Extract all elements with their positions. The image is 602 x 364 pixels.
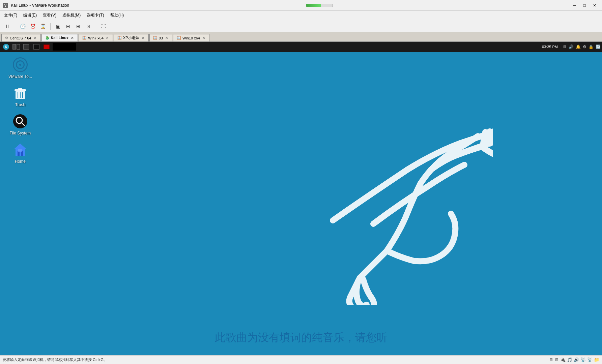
tab-centos[interactable]: ⚙ CentOS 7 64 ✕ <box>1 34 41 41</box>
vmware-window: V Kali Linux - VMware Workstation ─ □ ✕ … <box>0 0 602 364</box>
desktop-subtitle: 此歌曲为没有填词的纯音乐，请您听 <box>215 330 388 345</box>
view1-icon: ▣ <box>56 24 60 29</box>
tab-xp[interactable]: 🪟 XP小老妹 ✕ <box>114 34 149 41</box>
home-svg <box>13 142 28 157</box>
trash-image <box>12 85 28 101</box>
toolbar-view1-button[interactable]: ▣ <box>53 22 63 31</box>
title-progress-area <box>306 4 333 7</box>
status-icon-2[interactable]: 🖥 <box>554 357 559 362</box>
kali-menu-button[interactable]: K <box>1 43 11 51</box>
home-icon[interactable]: Home <box>7 140 34 165</box>
svg-text:V: V <box>4 4 7 7</box>
win7-tab-label: Win7 x64 <box>88 36 104 40</box>
vmware-tools-image <box>12 57 28 73</box>
centos-tab-close[interactable]: ✕ <box>33 36 37 40</box>
menu-view[interactable]: 查看(V) <box>40 12 59 19</box>
svg-text:K: K <box>5 45 7 49</box>
xp-tab-label: XP小老妹 <box>123 35 139 40</box>
win10-tab-close[interactable]: ✕ <box>202 36 206 40</box>
status-icon-net1[interactable]: 📡 <box>580 357 586 362</box>
win7-tab-close[interactable]: ✕ <box>105 36 109 40</box>
toolbar-view4-button[interactable]: ⊡ <box>84 22 93 31</box>
snapshot-icon: 🕐 <box>20 24 26 29</box>
progress-bar <box>306 4 333 7</box>
menu-bar: 文件(F) 编辑(E) 查看(V) 虚拟机(M) 选项卡(T) 帮助(H) <box>0 11 602 20</box>
tab-win7[interactable]: 🪟 Win7 x64 ✕ <box>79 34 113 41</box>
vm-volume-icon[interactable]: 🔊 <box>569 44 574 49</box>
tab-03[interactable]: 🪟 03 ✕ <box>149 34 172 41</box>
view3-icon: ⊞ <box>76 24 80 29</box>
status-icon-usb[interactable]: 🔌 <box>560 357 566 362</box>
toolbar-snapshot3-button[interactable]: ⌛ <box>38 22 48 31</box>
vmware-tools-graphic <box>13 57 28 72</box>
menu-tabs[interactable]: 选项卡(T) <box>84 12 107 19</box>
status-icon-net2[interactable]: 📡 <box>587 357 593 362</box>
menu-vm[interactable]: 虚拟机(M) <box>60 12 83 19</box>
menu-help[interactable]: 帮助(H) <box>108 12 127 19</box>
tab-bar: ⚙ CentOS 7 64 ✕ 🐉 Kali Linux ✕ 🪟 Win7 x6… <box>0 32 602 42</box>
taskbar-app-4[interactable] <box>42 43 51 51</box>
win10-tab-icon: 🪟 <box>177 36 181 40</box>
tab-win10[interactable]: 🪟 Win10 x64 ✕ <box>173 34 209 41</box>
toolbar-view2-button[interactable]: ⊟ <box>63 22 73 31</box>
home-label: Home <box>15 159 26 164</box>
vmware-tools-inner-ring <box>16 60 25 69</box>
vm-systray: 03:35 PM 🖥 🔊 🔔 ⚙ 🔒 🔄 <box>542 44 601 49</box>
vm-refresh-icon[interactable]: 🔄 <box>596 44 601 49</box>
vmware-tools-icon[interactable]: VMware To... <box>7 55 34 80</box>
taskbar-app-1[interactable] <box>11 43 21 51</box>
vmware-title-icon: V <box>3 3 8 8</box>
title-bar-left: V Kali Linux - VMware Workstation <box>3 3 69 8</box>
toolbar-snapshot-button[interactable]: 🕐 <box>18 22 27 31</box>
status-icon-mic[interactable]: 🎵 <box>567 357 572 362</box>
menu-file[interactable]: 文件(F) <box>1 12 20 19</box>
taskbar-expanded-app <box>53 43 76 51</box>
kali-desktop[interactable]: VMware To... <box>0 52 602 355</box>
toolbar-snapshot2-button[interactable]: ⏰ <box>28 22 37 31</box>
status-icon-1[interactable]: 🖥 <box>549 357 553 362</box>
vm-monitor-icon[interactable]: 🖥 <box>563 44 567 49</box>
toolbar-sep-2 <box>50 23 51 30</box>
kali-tab-close[interactable]: ✕ <box>70 36 74 40</box>
trash-icon[interactable]: Trash <box>7 84 34 109</box>
view4-icon: ⊡ <box>86 24 90 29</box>
centos-tab-label: CentOS 7 64 <box>10 36 31 40</box>
centos-tab-icon: ⚙ <box>5 36 8 40</box>
minimize-button[interactable]: ─ <box>570 2 579 9</box>
vmware-tools-label: VMware To... <box>8 74 32 79</box>
close-button[interactable]: ✕ <box>590 2 599 9</box>
svg-rect-6 <box>18 88 22 90</box>
toolbar-view-group: ▣ ⊟ ⊞ ⊡ <box>53 22 93 31</box>
vmware-tools-dot <box>19 64 21 66</box>
vm-settings-icon[interactable]: ⚙ <box>583 44 586 49</box>
toolbar-view3-button[interactable]: ⊞ <box>74 22 83 31</box>
filesystem-icon[interactable]: File System <box>7 112 34 137</box>
trash-svg <box>13 86 28 100</box>
status-bar: 要将输入定向到该虚拟机，请将鼠标指针移入其中或按 Ctrl+G。 🖥 🖥 🔌 🎵… <box>0 355 602 364</box>
snapshot3-icon: ⌛ <box>40 24 46 29</box>
status-icon-folder[interactable]: 📁 <box>594 357 599 362</box>
vm-lock-icon[interactable]: 🔒 <box>589 44 594 49</box>
xp-tab-close[interactable]: ✕ <box>141 36 145 40</box>
filesystem-label: File System <box>10 131 31 135</box>
toolbar-power-button[interactable]: ⏸ <box>3 22 12 31</box>
03-tab-close[interactable]: ✕ <box>165 36 169 40</box>
menu-edit[interactable]: 编辑(E) <box>21 12 39 19</box>
power-icon: ⏸ <box>5 24 10 29</box>
desktop-icons: VMware To... <box>7 55 34 165</box>
toolbar: ⏸ 🕐 ⏰ ⌛ ▣ ⊟ ⊞ ⊡ <box>0 20 602 32</box>
taskbar-app-2[interactable] <box>22 43 31 51</box>
status-icon-audio2[interactable]: 🔊 <box>574 357 579 362</box>
kali-tab-icon: 🐉 <box>45 36 49 40</box>
window-title: Kali Linux - VMware Workstation <box>11 3 69 8</box>
taskbar-app-3[interactable] <box>32 43 41 51</box>
snapshot2-icon: ⏰ <box>30 24 36 29</box>
kali-tab-label: Kali Linux <box>51 36 69 40</box>
maximize-button[interactable]: □ <box>580 2 589 9</box>
toolbar-fullscreen-button[interactable]: ⛶ <box>99 22 108 31</box>
vm-bell-icon[interactable]: 🔔 <box>576 44 581 49</box>
win7-tab-icon: 🪟 <box>82 36 86 40</box>
tab-kali[interactable]: 🐉 Kali Linux ✕ <box>41 34 78 41</box>
vm-taskbar: K 03:35 PM 🖥 <box>0 42 602 52</box>
toolbar-sep-1 <box>15 23 15 30</box>
